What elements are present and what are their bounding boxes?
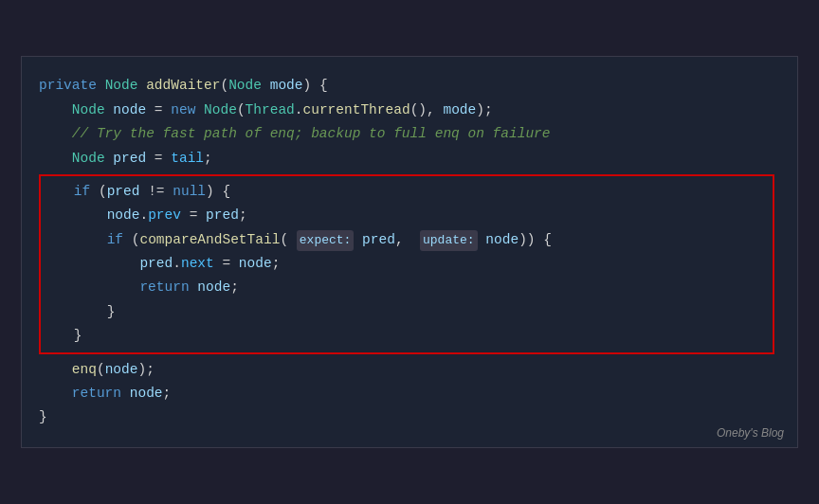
param-label-expect: expect: — [297, 230, 355, 252]
code-line: } — [41, 300, 773, 324]
variable: node — [107, 204, 140, 227]
punct: ( — [220, 74, 228, 98]
indent — [41, 180, 74, 204]
punct: ) { — [303, 74, 328, 98]
variable: node — [105, 358, 138, 382]
punct — [354, 228, 362, 252]
type: Node — [204, 99, 237, 122]
blog-label: Oneby's Blog — [717, 426, 784, 440]
variable: mode — [443, 99, 476, 122]
punct: = — [190, 204, 206, 227]
variable: node — [239, 252, 272, 276]
punct: ; — [204, 147, 212, 171]
punct: ) { — [206, 180, 230, 204]
code-line: Node node = new Node(Thread.currentThrea… — [39, 99, 774, 122]
code-line: node.prev = pred; — [41, 204, 773, 227]
code-line: Node pred = tail; — [39, 147, 774, 171]
punct: ( — [97, 358, 105, 382]
punct: , — [395, 228, 420, 252]
highlight-box: if (pred != null) { node.prev = pred; if… — [39, 174, 774, 354]
punct: = — [222, 252, 238, 276]
variable: pred — [107, 180, 149, 204]
punct: ( — [132, 228, 140, 252]
code-line: private Node addWaiter(Node mode) { — [39, 74, 774, 98]
brace: } — [39, 405, 47, 429]
keyword: null — [173, 180, 206, 204]
method-name: compareAndSetTail — [139, 228, 280, 252]
punct: = — [155, 99, 171, 122]
type: Node — [72, 99, 114, 122]
code-line: enq(node); — [39, 358, 774, 382]
variable: pred — [113, 147, 155, 171]
variable: node — [197, 276, 230, 299]
method-name: enq — [72, 358, 97, 382]
punct: ( — [237, 99, 246, 122]
code-line-comment: // Try the fast path of enq; backup to f… — [39, 122, 774, 146]
indent — [41, 228, 107, 252]
field-name: tail — [171, 147, 204, 171]
code-line: } — [39, 405, 774, 429]
punct: ( — [99, 180, 107, 204]
punct: ); — [137, 358, 154, 382]
brace: } — [74, 324, 82, 348]
param-label-update: update: — [420, 230, 478, 252]
punct: . — [295, 99, 303, 122]
type: Node — [72, 147, 114, 171]
variable: node — [130, 382, 163, 405]
type: Node — [228, 74, 270, 98]
variable: mode — [270, 74, 303, 98]
punct: . — [139, 204, 148, 227]
method-name: addWaiter — [146, 74, 220, 98]
field-name: prev — [148, 204, 190, 227]
code-line: return node; — [41, 276, 773, 299]
method-name: currentThread — [303, 99, 410, 122]
keyword: new — [171, 99, 204, 122]
indent — [41, 276, 139, 299]
punct: != — [148, 180, 173, 204]
punct: = — [155, 147, 171, 171]
brace: } — [107, 300, 116, 324]
indent — [39, 358, 72, 382]
code-line-cas: if (compareAndSetTail( expect: pred, upd… — [41, 228, 773, 252]
indent — [41, 204, 107, 227]
keyword: if — [74, 180, 99, 204]
variable: pred — [362, 228, 395, 252]
punct: ); — [476, 99, 492, 122]
comment-text: // Try the fast path of enq; backup to f… — [72, 122, 551, 146]
variable: pred — [139, 252, 173, 276]
punct: )) { — [519, 228, 552, 252]
code-line: pred.next = node; — [41, 252, 773, 276]
indent — [39, 147, 72, 171]
code-container: private Node addWaiter(Node mode) { Node… — [21, 56, 798, 447]
punct: ; — [239, 204, 247, 227]
punct: . — [173, 252, 181, 276]
indent — [39, 382, 72, 405]
keyword: return — [139, 276, 197, 299]
field-name: next — [181, 252, 223, 276]
type: Node — [105, 74, 147, 98]
code-line: } — [41, 324, 773, 348]
punct — [478, 228, 486, 252]
punct: ; — [272, 252, 281, 276]
punct: (), — [410, 99, 444, 122]
type: Thread — [246, 99, 295, 122]
punct: ; — [230, 276, 239, 299]
variable: node — [485, 228, 519, 252]
indent — [39, 99, 72, 122]
keyword: private — [39, 74, 105, 98]
keyword: return — [72, 382, 130, 405]
indent — [41, 252, 139, 276]
indent — [39, 122, 72, 146]
variable: pred — [206, 204, 239, 227]
code-line: if (pred != null) { — [41, 180, 773, 204]
indent — [41, 300, 107, 324]
indent — [41, 324, 74, 348]
punct: ( — [280, 228, 296, 252]
variable: node — [113, 99, 155, 122]
keyword: if — [107, 228, 132, 252]
code-line: return node; — [39, 382, 774, 405]
punct: ; — [163, 382, 172, 405]
